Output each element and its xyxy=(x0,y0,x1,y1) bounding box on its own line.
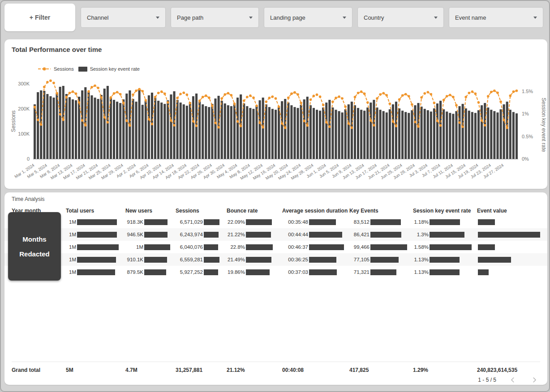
pagination: 1 - 5 / 5 xyxy=(478,375,539,385)
cell-total-users: 1M xyxy=(66,241,125,253)
cell-sessions: 5,927,252 xyxy=(176,266,227,278)
cell-bounce-rate: 19.86% xyxy=(227,266,282,278)
data-bar xyxy=(144,232,168,238)
cell-key-events: 77,105 xyxy=(349,253,413,266)
add-filter-button[interactable]: + Filter xyxy=(4,4,75,31)
column-header-average-session-duration[interactable]: Average session duration xyxy=(282,208,349,214)
cell-average-session-duration: 00:44:44 xyxy=(282,228,349,241)
data-bar xyxy=(430,219,460,225)
data-bar xyxy=(309,232,342,238)
data-bar xyxy=(246,257,271,263)
table-row-5[interactable]: 1M879.5K5,927,25219.86%00:37:0371,3211.1… xyxy=(4,266,547,278)
data-bar xyxy=(204,244,218,250)
column-header-sessions[interactable]: Sessions xyxy=(176,208,227,214)
cell-value: 1M xyxy=(66,257,76,262)
cell-value: 879.5K xyxy=(125,269,143,275)
y-left-tick: 300K xyxy=(18,81,30,86)
data-bar xyxy=(430,244,472,250)
cell-value: 918.3K xyxy=(125,219,143,225)
data-bar xyxy=(246,244,273,250)
cell-value: 1.3% xyxy=(413,232,429,237)
cell-value: 86,421 xyxy=(349,232,370,237)
data-bar xyxy=(370,232,401,238)
grand-total-key-events: 417,825 xyxy=(349,367,413,373)
table-card: Time Analysis Year monthTotal usersNew u… xyxy=(4,192,547,385)
column-header-session-key-event-rate[interactable]: Session key event rate xyxy=(413,208,477,214)
column-header-event-value[interactable]: Event value xyxy=(477,208,540,214)
legend-label: Sessions xyxy=(54,66,74,72)
cell-value: 22.09% xyxy=(227,219,245,225)
filter-chip-label: Event name xyxy=(455,14,486,21)
column-header-new-users[interactable]: New users xyxy=(125,208,176,214)
cell-bounce-rate: 22.09% xyxy=(227,216,282,228)
cell-session-key-event-rate: 1.13% xyxy=(413,266,477,278)
rate-bars xyxy=(34,86,518,159)
cell-sessions: 6,243,974 xyxy=(176,228,227,241)
filter-bar: + Filter ChannelPage pathLanding pageCou… xyxy=(1,1,549,33)
prev-page-button[interactable] xyxy=(508,375,518,385)
cell-value: 00:37:03 xyxy=(282,269,308,275)
cell-value: 00:44:44 xyxy=(282,232,308,237)
data-bar xyxy=(144,244,170,250)
grand-total-event-value: 240,823,614,535 xyxy=(477,367,540,373)
data-bar xyxy=(478,232,540,238)
column-header-total-users[interactable]: Total users xyxy=(66,208,125,214)
cell-event-value xyxy=(477,241,540,253)
data-bar xyxy=(204,232,219,238)
data-bar xyxy=(246,232,271,238)
cell-value: 1M xyxy=(66,232,76,237)
filter-chip-event-name[interactable]: Event name xyxy=(449,7,543,28)
filter-chip-list: ChannelPage pathLanding pageCountryEvent… xyxy=(81,7,545,28)
table-title: Time Analysis xyxy=(12,196,45,202)
data-bar xyxy=(309,269,337,275)
cell-new-users: 946.5K xyxy=(125,228,176,241)
combo-chart[interactable]: 0100K200K300K0%0.5%1%1.5%Mar 1, 2024Mar … xyxy=(4,75,547,188)
bar-series-swatch-icon xyxy=(78,67,87,72)
dashboard-canvas: + Filter ChannelPage pathLanding pageCou… xyxy=(0,0,550,392)
filter-chip-page-path[interactable]: Page path xyxy=(171,7,259,28)
filter-chip-landing-page[interactable]: Landing page xyxy=(264,7,352,28)
cell-value: 83,512 xyxy=(349,219,370,225)
grand-total-total-users: 5M xyxy=(66,367,125,373)
cell-value: 946.5K xyxy=(125,232,143,237)
table-row-1[interactable]: 1M918.3K6,571,02922.09%00:35:4883,5121.1… xyxy=(4,216,547,228)
cell-value: 22.8% xyxy=(227,244,245,250)
cell-sessions: 6,571,029 xyxy=(176,216,227,228)
next-page-button[interactable] xyxy=(529,375,539,385)
cell-key-events: 99,466 xyxy=(349,241,413,253)
cell-key-events: 83,512 xyxy=(349,216,413,228)
data-bar xyxy=(370,244,407,250)
column-header-key-events[interactable]: Key Events xyxy=(349,208,413,214)
legend-item-session-key-event-rate: Session key event rate xyxy=(78,66,140,72)
cell-event-value xyxy=(477,253,540,266)
chart-legend: SessionsSession key event rate xyxy=(38,66,140,72)
cell-session-key-event-rate: 1.3% xyxy=(413,228,477,241)
table-row-3[interactable]: 1M1M6,040,07622.8%00:46:3799,4661.58% xyxy=(4,241,547,253)
y-right-tick: 0% xyxy=(522,156,529,162)
cell-total-users: 1M xyxy=(66,266,125,278)
cell-value: 1M xyxy=(66,244,76,250)
dropdown-caret-icon xyxy=(156,17,159,19)
data-bar xyxy=(204,219,219,225)
data-bar xyxy=(430,257,460,263)
cell-value: 1M xyxy=(66,219,76,225)
cell-value: 21.49% xyxy=(227,257,245,262)
cell-event-value xyxy=(477,228,540,241)
cell-event-value xyxy=(477,266,540,278)
cell-bounce-rate: 21.49% xyxy=(227,253,282,266)
filter-chip-label: Landing page xyxy=(270,14,305,21)
cell-sessions: 6,040,076 xyxy=(176,241,227,253)
data-bar xyxy=(144,219,168,225)
filter-chip-channel[interactable]: Channel xyxy=(81,7,166,28)
column-header-bounce-rate[interactable]: Bounce rate xyxy=(227,208,282,214)
data-bar xyxy=(370,269,396,275)
filter-chip-country[interactable]: Country xyxy=(357,7,444,28)
table-row-4[interactable]: 1M910.1K6,559,28121.49%00:36:2577,1051.1… xyxy=(4,253,547,266)
cell-value: 00:46:37 xyxy=(282,244,308,250)
legend-item-sessions: Sessions xyxy=(38,66,74,72)
cell-bounce-rate: 21.22% xyxy=(227,228,282,241)
table-row-2[interactable]: 1M946.5K6,243,97421.22%00:44:4486,4211.3… xyxy=(4,228,547,241)
filter-chip-label: Channel xyxy=(87,14,108,21)
data-bar xyxy=(144,269,166,275)
y-left-tick: 200K xyxy=(18,106,30,111)
